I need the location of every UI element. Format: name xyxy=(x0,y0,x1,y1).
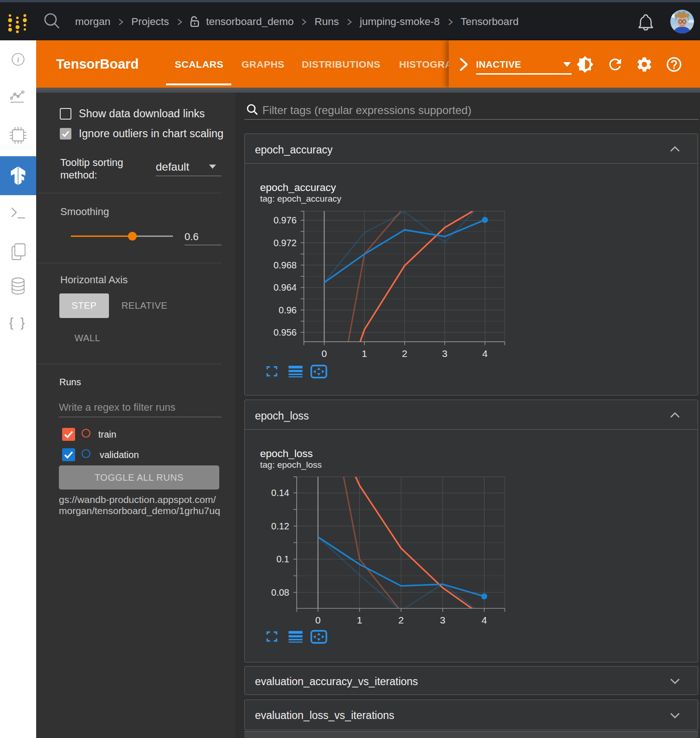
svg-text:0.14: 0.14 xyxy=(271,488,289,498)
svg-text:0.12: 0.12 xyxy=(271,521,289,531)
svg-text:0.956: 0.956 xyxy=(274,327,297,337)
svg-text:0.968: 0.968 xyxy=(274,260,297,270)
svg-text:0.976: 0.976 xyxy=(274,215,297,225)
svg-text:3: 3 xyxy=(440,615,445,625)
svg-text:4: 4 xyxy=(482,348,488,359)
svg-text:0.96: 0.96 xyxy=(279,305,297,315)
svg-text:0: 0 xyxy=(322,348,327,359)
svg-text:0.1: 0.1 xyxy=(276,554,289,564)
svg-text:0.972: 0.972 xyxy=(274,238,297,248)
svg-text:2: 2 xyxy=(398,615,404,625)
svg-text:2: 2 xyxy=(402,348,407,359)
svg-text:i: i xyxy=(17,55,19,64)
svg-text:0.08: 0.08 xyxy=(271,587,289,598)
svg-text:0.964: 0.964 xyxy=(274,282,297,293)
svg-text:1: 1 xyxy=(357,615,363,625)
svg-text:1: 1 xyxy=(362,348,367,359)
svg-text:4: 4 xyxy=(482,615,487,625)
svg-text:3: 3 xyxy=(442,348,448,359)
svg-text:0: 0 xyxy=(315,615,321,625)
